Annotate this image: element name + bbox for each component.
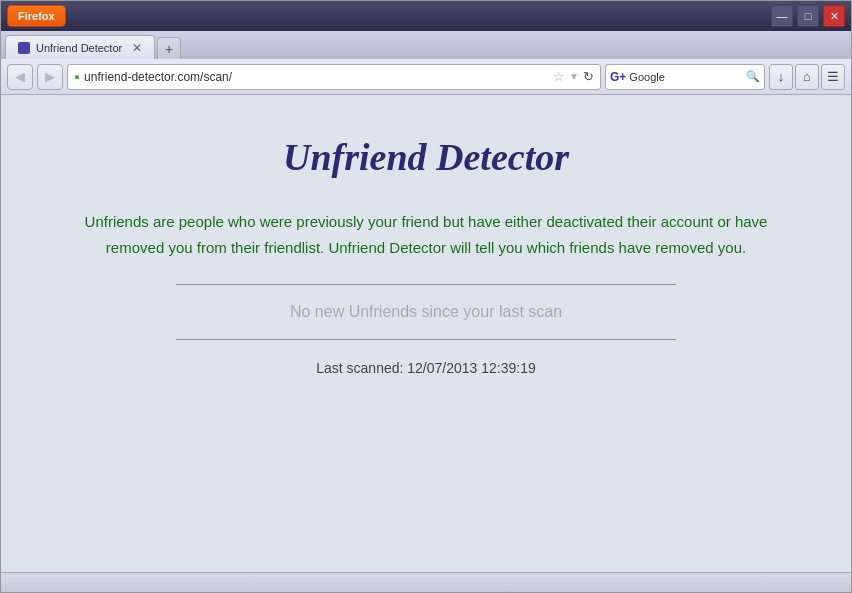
refresh-button[interactable]: ↻ (583, 69, 594, 84)
close-button[interactable]: ✕ (823, 5, 845, 27)
maximize-button[interactable]: □ (797, 5, 819, 27)
status-bar (1, 572, 851, 592)
nav-extra-buttons: ↓ ⌂ ☰ (769, 64, 845, 90)
description-text: Unfriends are people who were previously… (76, 209, 776, 260)
page-content: Unfriend Detector Unfriends are people w… (76, 135, 776, 376)
url-security-icon: ● (74, 71, 80, 82)
firefox-menu-button[interactable]: Firefox (7, 5, 66, 27)
browser-window: Firefox — □ ✕ Unfriend Detector ✕ + ◀ ▶ … (0, 0, 852, 593)
top-divider (176, 284, 676, 285)
home-icon: ⌂ (803, 69, 811, 84)
title-bar: Firefox — □ ✕ (1, 1, 851, 31)
title-bar-left: Firefox (7, 5, 66, 27)
url-bar[interactable]: ● unfriend-detector.com/scan/ ☆ ▼ ↻ (67, 64, 601, 90)
tab-favicon (18, 42, 30, 54)
url-dropdown-icon[interactable]: ▼ (569, 71, 579, 82)
bottom-divider (176, 339, 676, 340)
browser-tab[interactable]: Unfriend Detector ✕ (5, 35, 155, 59)
content-area: Unfriend Detector Unfriends are people w… (1, 95, 851, 572)
page-title: Unfriend Detector (76, 135, 776, 179)
tab-bar: Unfriend Detector ✕ + (1, 31, 851, 59)
last-scanned-label: Last scanned: (316, 360, 407, 376)
search-icon[interactable]: 🔍 (746, 70, 760, 83)
forward-button[interactable]: ▶ (37, 64, 63, 90)
url-text: unfriend-detector.com/scan/ (84, 70, 549, 84)
back-button[interactable]: ◀ (7, 64, 33, 90)
search-bar[interactable]: G+ Google 🔍 (605, 64, 765, 90)
tab-close-button[interactable]: ✕ (132, 41, 142, 55)
new-tab-button[interactable]: + (157, 37, 181, 59)
nav-bar: ◀ ▶ ● unfriend-detector.com/scan/ ☆ ▼ ↻ … (1, 59, 851, 95)
bookmark-icon[interactable]: ☆ (553, 69, 565, 84)
download-icon: ↓ (778, 69, 785, 84)
tab-label: Unfriend Detector (36, 42, 122, 54)
menu-icon: ☰ (827, 69, 839, 84)
no-unfriends-message: No new Unfriends since your last scan (76, 303, 776, 321)
minimize-button[interactable]: — (771, 5, 793, 27)
forward-icon: ▶ (45, 69, 55, 84)
back-icon: ◀ (15, 69, 25, 84)
google-logo: G+ (610, 70, 626, 84)
last-scanned-text: Last scanned: 12/07/2013 12:39:19 (76, 360, 776, 376)
title-bar-controls: — □ ✕ (771, 5, 845, 27)
search-input[interactable]: Google (629, 71, 743, 83)
download-button[interactable]: ↓ (769, 64, 793, 90)
last-scanned-time: 12/07/2013 12:39:19 (407, 360, 535, 376)
home-button[interactable]: ⌂ (795, 64, 819, 90)
menu-button[interactable]: ☰ (821, 64, 845, 90)
